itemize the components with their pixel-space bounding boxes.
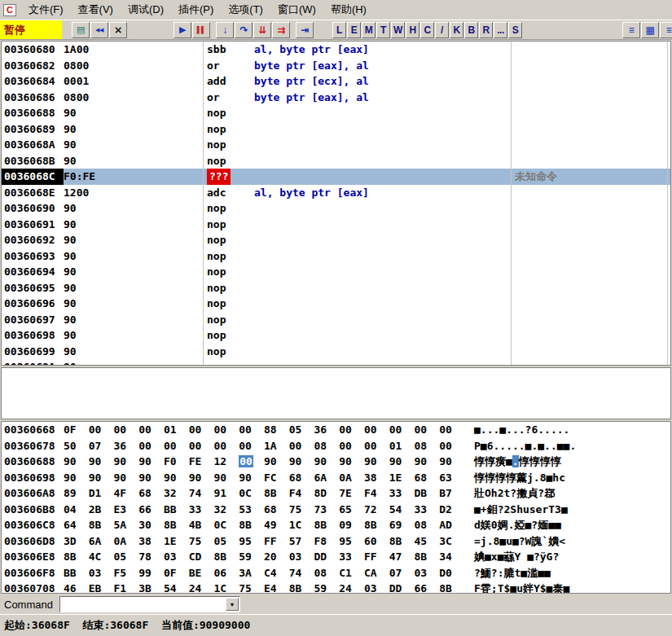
- hex-byte[interactable]: 04: [64, 502, 89, 518]
- call-stack-window-button[interactable]: K: [450, 22, 463, 38]
- hex-byte[interactable]: 00: [239, 454, 264, 470]
- hex-byte[interactable]: 03: [164, 549, 189, 565]
- hex-byte[interactable]: 2B: [89, 502, 114, 518]
- hex-byte[interactable]: 00: [214, 422, 239, 438]
- hex-byte[interactable]: 47: [389, 549, 415, 565]
- hex-byte[interactable]: 0F: [164, 565, 189, 581]
- hex-byte[interactable]: 0C: [239, 485, 264, 502]
- hex-byte[interactable]: 00: [189, 438, 214, 454]
- hex-byte[interactable]: 00: [164, 438, 189, 454]
- step-into-button[interactable]: ↓: [216, 22, 234, 38]
- hex-byte[interactable]: 00: [339, 422, 364, 438]
- hex-byte[interactable]: 65: [339, 502, 364, 518]
- hex-byte[interactable]: 54: [164, 581, 189, 594]
- hex-byte[interactable]: D2: [439, 502, 464, 518]
- hex-byte[interactable]: 54: [389, 502, 415, 518]
- hex-byte[interactable]: 05: [289, 422, 314, 438]
- hex-byte[interactable]: 33: [339, 549, 364, 565]
- hex-byte[interactable]: 90: [64, 470, 89, 486]
- hex-byte[interactable]: 90: [114, 470, 139, 486]
- hex-byte[interactable]: 1C: [214, 581, 239, 594]
- hex-byte[interactable]: 90: [89, 470, 114, 486]
- hex-byte[interactable]: F4: [289, 485, 314, 502]
- hex-byte[interactable]: CD: [189, 549, 214, 565]
- hex-byte[interactable]: 89: [64, 485, 89, 502]
- hex-byte[interactable]: 49: [264, 517, 289, 533]
- hex-byte[interactable]: 68: [289, 470, 314, 486]
- hex-byte[interactable]: 90: [389, 454, 415, 470]
- appearance-button[interactable]: ≡: [622, 22, 640, 38]
- hex-byte[interactable]: FC: [264, 470, 289, 486]
- extra-options-button[interactable]: ≡: [660, 22, 672, 38]
- hex-byte[interactable]: 05: [114, 549, 139, 565]
- disasm-row[interactable]: 0036069790nop: [2, 312, 670, 328]
- hex-byte[interactable]: 95: [239, 533, 264, 550]
- hex-byte[interactable]: 57: [289, 533, 314, 550]
- hex-byte[interactable]: 68: [138, 485, 164, 502]
- disasm-row[interactable]: 0036069490nop: [2, 264, 670, 280]
- menu-item-file[interactable]: 文件(F): [21, 0, 71, 20]
- hex-byte[interactable]: 38: [364, 470, 389, 486]
- menu-item-options[interactable]: 选项(T): [221, 0, 270, 20]
- hex-byte[interactable]: 8D: [314, 485, 340, 502]
- hex-byte[interactable]: C4: [264, 565, 289, 581]
- hex-byte[interactable]: 08: [415, 517, 440, 533]
- handles-window-button[interactable]: H: [406, 22, 419, 38]
- hex-byte[interactable]: 00: [364, 422, 389, 438]
- disasm-row[interactable]: 0036069990nop: [2, 344, 670, 360]
- execute-till-return-button[interactable]: ⇥: [296, 22, 314, 38]
- hex-byte[interactable]: 75: [189, 533, 214, 550]
- dropdown-arrow-icon[interactable]: ▼: [226, 598, 239, 611]
- hex-byte[interactable]: 8B: [314, 517, 340, 533]
- hexdump-row[interactable]: 0036070846EBF13B54241C75E48B592403DD668B…: [2, 581, 670, 594]
- hex-byte[interactable]: 33: [389, 485, 415, 502]
- cpu-window-button[interactable]: C: [420, 22, 434, 38]
- close-button[interactable]: ×: [109, 22, 127, 38]
- hex-byte[interactable]: 8B: [89, 517, 114, 533]
- hex-byte[interactable]: 12: [214, 454, 239, 470]
- disasm-row[interactable]: 0036069A90nop: [2, 359, 670, 366]
- hex-byte[interactable]: D0: [439, 565, 464, 581]
- hex-byte[interactable]: 00: [439, 438, 464, 454]
- hex-byte[interactable]: 90: [214, 470, 239, 486]
- hexdump-row[interactable]: 003606A889D14F683274910C8BF48D7EF433DBB7…: [2, 485, 670, 502]
- disasm-row[interactable]: 0036068B90nop: [2, 153, 670, 169]
- hex-byte[interactable]: 07: [389, 565, 415, 581]
- hex-byte[interactable]: 4B: [189, 517, 214, 533]
- hex-byte[interactable]: 8B: [415, 549, 440, 565]
- disasm-row[interactable]: 0036068A90nop: [2, 137, 670, 153]
- executables-window-button[interactable]: E: [347, 22, 361, 38]
- hex-byte[interactable]: 00: [138, 438, 164, 454]
- hex-byte[interactable]: DB: [415, 485, 440, 502]
- hex-byte[interactable]: 38: [138, 533, 164, 550]
- windows-window-button[interactable]: W: [391, 22, 405, 38]
- hex-byte[interactable]: 66: [415, 581, 440, 594]
- hex-byte[interactable]: 0F: [64, 422, 89, 438]
- hex-byte[interactable]: 45: [415, 533, 440, 550]
- hex-byte[interactable]: 8B: [439, 581, 464, 594]
- hex-byte[interactable]: 6A: [89, 533, 114, 550]
- hex-byte[interactable]: 03: [415, 565, 440, 581]
- hexdump-row[interactable]: 003606C8648B5A308B4B0C8B491C8B098B6908AD…: [2, 517, 670, 533]
- column-setup-button[interactable]: ▦: [641, 22, 659, 38]
- hex-byte[interactable]: 90: [415, 454, 440, 470]
- hex-byte[interactable]: 8B: [214, 549, 239, 565]
- menu-item-help[interactable]: 帮助(H): [323, 0, 374, 20]
- hex-byte[interactable]: 00: [239, 438, 264, 454]
- menu-item-plugins[interactable]: 插件(P): [171, 0, 221, 20]
- hex-byte[interactable]: 69: [389, 517, 415, 533]
- hex-byte[interactable]: 01: [164, 422, 189, 438]
- hex-byte[interactable]: 8B: [239, 517, 264, 533]
- disasm-row[interactable]: 0036069190nop: [2, 217, 670, 233]
- disasm-row[interactable]: 0036069090nop: [2, 200, 670, 217]
- hex-byte[interactable]: 90: [164, 470, 189, 486]
- hex-byte[interactable]: 06: [214, 565, 239, 581]
- disasm-row[interactable]: 0036068CF0:FE???未知命令: [2, 169, 670, 185]
- hex-byte[interactable]: 24: [339, 581, 364, 594]
- hex-byte[interactable]: FE: [189, 454, 214, 470]
- hex-byte[interactable]: 00: [114, 422, 139, 438]
- hexdump-row[interactable]: 003606E88B4C057803CD8B592003DD33FF478B34…: [2, 549, 670, 565]
- hex-byte[interactable]: 0C: [214, 517, 239, 533]
- hex-byte[interactable]: 59: [239, 549, 264, 565]
- hex-byte[interactable]: 90: [189, 470, 214, 486]
